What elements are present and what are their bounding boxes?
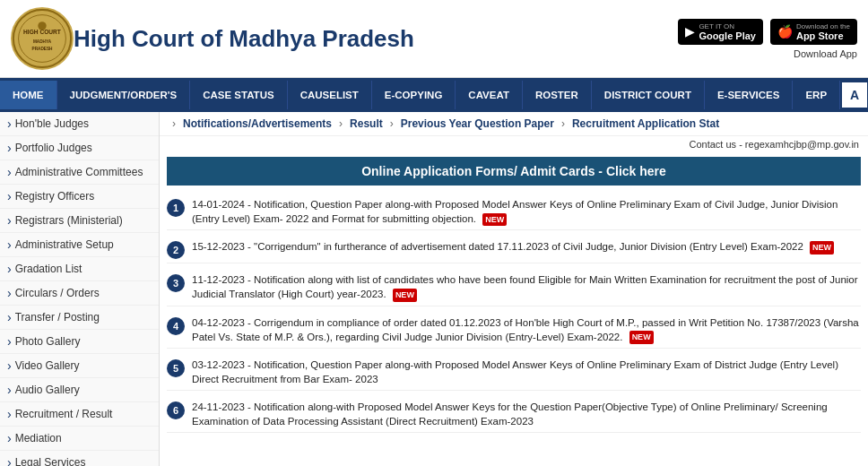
google-play-badge[interactable]: ▶ GET IT ON Google Play — [678, 19, 763, 45]
header: HIGH COURT MADHYA PRADESH High Court of … — [0, 0, 868, 78]
svg-text:MADHYA: MADHYA — [33, 39, 52, 44]
sidebar: Hon'ble Judges Portfolio Judges Administ… — [0, 112, 160, 466]
site-title: High Court of Madhya Pradesh — [74, 25, 678, 53]
svg-text:PRADESH: PRADESH — [32, 47, 54, 51]
notification-5: 5 03-12-2023 - Notification, Question Pa… — [167, 354, 861, 391]
font-large-button[interactable]: A — [842, 82, 867, 108]
sidebar-item-admin-committees[interactable]: Administrative Committees — [0, 160, 159, 185]
sidebar-item-portfolio-judges[interactable]: Portfolio Judges — [0, 136, 159, 160]
nav-erp[interactable]: ERP — [793, 81, 840, 109]
google-play-label: Google Play — [699, 30, 756, 41]
new-badge-4: NEW — [629, 331, 654, 344]
sidebar-item-recruitment[interactable]: Recruitment / Result — [0, 402, 159, 427]
notif-num-6: 6 — [167, 401, 185, 419]
main-navigation: HOME JUDGMENT/ORDER'S CASE STATUS CAUSEL… — [0, 78, 868, 112]
breadcrumb-arrow-1: › — [172, 117, 176, 130]
sidebar-item-legal-services[interactable]: Legal Services — [0, 451, 159, 466]
app-download-section: ▶ GET IT ON Google Play 🍎 Download on th… — [678, 19, 857, 59]
notif-num-1: 1 — [167, 199, 185, 217]
sidebar-item-photo-gallery[interactable]: Photo Gallery — [0, 330, 159, 354]
contact-bar: Contact us - regexamhcjbp@mp.gov.in — [160, 136, 868, 152]
sidebar-item-registry-officers[interactable]: Registry Officers — [0, 185, 159, 209]
main-content: › Notifications/Advertisements › Result … — [160, 112, 868, 466]
breadcrumb-sep-1: › — [339, 117, 343, 130]
sidebar-item-video-gallery[interactable]: Video Gallery — [0, 354, 159, 378]
download-label: Download App — [794, 48, 857, 59]
breadcrumb-prev-year[interactable]: Previous Year Question Paper — [401, 117, 554, 130]
notif-text-6[interactable]: 24-11-2023 - Notification along-with Pro… — [192, 400, 861, 428]
notif-num-4: 4 — [167, 317, 185, 335]
breadcrumb-notifications[interactable]: Notifications/Advertisements — [183, 117, 332, 130]
notif-text-2[interactable]: 15-12-2023 - "Corrigendum" in furtheranc… — [192, 239, 834, 254]
apple-icon: 🍎 — [777, 24, 793, 39]
notif-num-2: 2 — [167, 241, 185, 259]
sidebar-item-circulars[interactable]: Circulars / Orders — [0, 281, 159, 306]
notif-text-1[interactable]: 14-01-2024 - Notification, Question Pape… — [192, 197, 861, 226]
nav-causelist[interactable]: CAUSELIST — [288, 81, 372, 109]
breadcrumb-sep-2: › — [390, 117, 394, 130]
notif-text-4[interactable]: 04-12-2023 - Corrigendum in compliance o… — [192, 315, 861, 344]
sidebar-item-admin-setup[interactable]: Administrative Setup — [0, 233, 159, 257]
nav-home[interactable]: HOME — [0, 81, 57, 109]
google-play-icon: ▶ — [685, 24, 695, 39]
sidebar-item-audio-gallery[interactable]: Audio Gallery — [0, 378, 159, 402]
app-store-pre-text: Download on the — [796, 22, 850, 30]
notification-1: 1 14-01-2024 - Notification, Question Pa… — [167, 194, 861, 230]
sidebar-item-gradation-list[interactable]: Gradation List — [0, 257, 159, 281]
new-badge-3: NEW — [393, 289, 417, 302]
app-store-badge[interactable]: 🍎 Download on the App Store — [770, 19, 857, 45]
new-badge-2: NEW — [810, 241, 834, 255]
nav-eservices[interactable]: E-SERVICES — [705, 81, 793, 109]
nav-district-court[interactable]: DISTRICT COURT — [592, 81, 705, 109]
sidebar-item-honble-judges[interactable]: Hon'ble Judges — [0, 112, 159, 136]
sidebar-item-transfer[interactable]: Transfer / Posting — [0, 306, 159, 330]
new-badge-1: NEW — [482, 213, 507, 227]
nav-ecopying[interactable]: E-COPYING — [372, 81, 456, 109]
nav-caveat[interactable]: CAVEAT — [456, 81, 523, 109]
breadcrumb: › Notifications/Advertisements › Result … — [160, 112, 868, 136]
google-play-pre-text: GET IT ON — [699, 22, 756, 30]
admission-banner[interactable]: Online Application Forms/ Admit Cards - … — [167, 157, 861, 186]
page-layout: Hon'ble Judges Portfolio Judges Administ… — [0, 112, 868, 466]
notification-3: 3 11-12-2023 - Notification along with l… — [167, 269, 861, 306]
app-store-label: App Store — [796, 30, 850, 41]
breadcrumb-result[interactable]: Result — [350, 117, 383, 130]
nav-case-status[interactable]: CASE STATUS — [190, 81, 287, 109]
sidebar-item-mediation[interactable]: Mediation — [0, 427, 159, 451]
notification-2: 2 15-12-2023 - "Corrigendum" in furthera… — [167, 236, 861, 263]
notif-num-3: 3 — [167, 274, 185, 292]
notif-text-5[interactable]: 03-12-2023 - Notification, Question Pape… — [192, 358, 861, 386]
nav-roster[interactable]: ROSTER — [523, 81, 592, 109]
notifications-list: 1 14-01-2024 - Notification, Question Pa… — [160, 190, 868, 442]
notif-num-5: 5 — [167, 359, 185, 377]
nav-judgment[interactable]: JUDGMENT/ORDER'S — [57, 81, 191, 109]
logo: HIGH COURT MADHYA PRADESH — [11, 7, 74, 70]
notification-6: 6 24-11-2023 - Notification along-with P… — [167, 396, 861, 433]
breadcrumb-sep-3: › — [561, 117, 565, 130]
notif-text-3[interactable]: 11-12-2023 - Notification along with lis… — [192, 272, 861, 301]
breadcrumb-recruitment-stat[interactable]: Recruitment Application Stat — [572, 117, 719, 130]
svg-point-5 — [38, 22, 46, 30]
notification-4: 4 04-12-2023 - Corrigendum in compliance… — [167, 312, 861, 349]
sidebar-item-registrars[interactable]: Registrars (Ministerial) — [0, 209, 159, 233]
site-title-container: High Court of Madhya Pradesh — [74, 25, 678, 53]
